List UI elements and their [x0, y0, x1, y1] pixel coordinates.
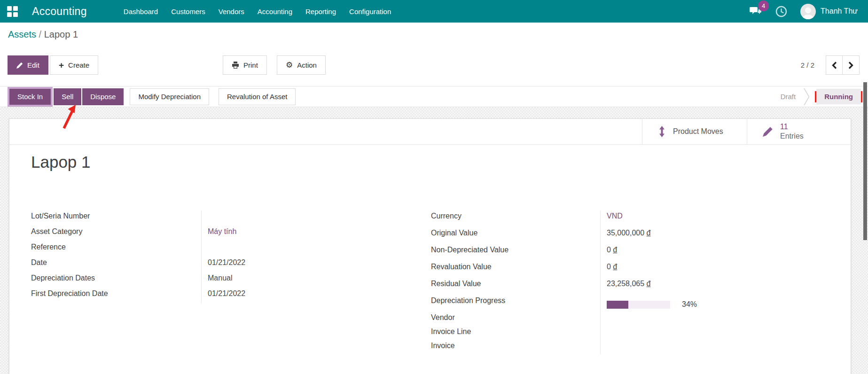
clock-icon — [775, 6, 787, 17]
content-background: Product Moves 11 Entries Lapop 1 Lot/Ser… — [0, 107, 868, 374]
chevron-right-icon — [848, 62, 853, 69]
pencil-icon — [763, 126, 773, 137]
field-residual-value: Residual Value 23,258,065 đ — [431, 278, 828, 295]
action-button[interactable]: ⚙ Action — [277, 55, 326, 75]
app-title[interactable]: Accounting — [32, 5, 87, 18]
user-name[interactable]: Thanh Thư — [821, 7, 858, 16]
field-group-left: Lot/Seria Number Asset Category Máy tính… — [31, 210, 360, 304]
revalution-of-asset-button[interactable]: Revalution of Asset — [219, 88, 296, 105]
nav-right: 4 Thanh Thư — [749, 4, 858, 19]
state-running[interactable]: Running — [816, 89, 861, 104]
gear-icon: ⚙ — [286, 61, 293, 69]
currency-symbol: đ — [647, 280, 651, 288]
field-lot-seria-number: Lot/Seria Number — [31, 210, 360, 226]
pencil-icon — [16, 62, 23, 69]
breadcrumb-assets-link[interactable]: Assets — [8, 29, 36, 39]
printer-icon — [232, 62, 239, 69]
field-invoice: Invoice — [431, 340, 828, 354]
avatar[interactable] — [800, 4, 816, 19]
print-button[interactable]: Print — [223, 55, 267, 75]
currency-symbol: đ — [613, 263, 617, 271]
annotation-arrow — [59, 104, 82, 130]
progress-percentage: 34% — [682, 300, 697, 309]
entries-label: Entries — [780, 132, 804, 140]
field-reference: Reference — [31, 242, 360, 257]
control-panel: Assets / Lapop 1 Edit + Create Print ⚙ A… — [0, 23, 868, 86]
nav-item-dashboard[interactable]: Dashboard — [124, 8, 158, 16]
statusbar: Stock In Sell Dispose Modify Depreciatio… — [0, 86, 868, 107]
statusbar-separator-chevron — [803, 87, 810, 106]
messages-button[interactable]: 4 — [749, 5, 761, 17]
nav-item-vendors[interactable]: Vendors — [219, 8, 244, 16]
modify-depreciation-button[interactable]: Modify Depreciation — [130, 88, 209, 105]
field-group-right: Currency VND Original Value 35,000,000 đ… — [431, 210, 828, 354]
pager-count: 2 / 2 — [801, 61, 814, 69]
activities-button[interactable] — [775, 6, 787, 17]
field-depreciation-progress: Depreciation Progress 34% — [431, 295, 828, 312]
currency-symbol: đ — [647, 229, 651, 237]
nav-item-configuration[interactable]: Configuration — [349, 8, 391, 16]
pager: 2 / 2 — [801, 55, 860, 75]
breadcrumb: Assets / Lapop 1 — [8, 29, 78, 40]
breadcrumb-current: Lapop 1 — [44, 29, 78, 39]
field-date: Date 01/21/2022 — [31, 257, 360, 273]
field-revaluation-value: Revaluation Value 0 đ — [431, 261, 828, 278]
field-first-depreciation-date: First Depreciation Date 01/21/2022 — [31, 288, 360, 304]
plus-icon: + — [59, 61, 64, 70]
pager-previous-button[interactable] — [826, 55, 843, 75]
messages-count-badge: 4 — [758, 0, 769, 11]
asset-title: Lapop 1 — [31, 153, 91, 171]
pager-next-button[interactable] — [843, 55, 860, 75]
stock-in-button[interactable]: Stock In — [8, 87, 53, 107]
currency-symbol: đ — [613, 246, 617, 254]
nav-item-reporting[interactable]: Reporting — [305, 8, 336, 16]
sell-button[interactable]: Sell — [54, 88, 81, 105]
nav-item-customers[interactable]: Customers — [171, 8, 205, 16]
field-depreciation-dates: Depreciation Dates Manual — [31, 273, 360, 288]
user-silhouette-icon — [800, 5, 816, 19]
field-invoice-line: Invoice Line — [431, 326, 828, 340]
entries-count: 11 — [780, 123, 788, 131]
breadcrumb-separator: / — [36, 29, 44, 39]
nav-item-accounting[interactable]: Accounting — [258, 8, 292, 16]
edit-button[interactable]: Edit — [8, 55, 48, 75]
entries-button[interactable]: 11 Entries — [747, 119, 851, 144]
progress-fill — [607, 301, 628, 309]
nav-menu: Dashboard Customers Vendors Accounting R… — [124, 8, 391, 16]
field-vendor: Vendor — [431, 312, 828, 326]
button-box: Product Moves 11 Entries — [9, 119, 851, 145]
annotation-box-running: Running — [815, 91, 862, 102]
apps-grid-icon[interactable] — [7, 6, 18, 17]
progress-bar — [607, 301, 670, 309]
field-currency: Currency VND — [431, 210, 828, 227]
field-non-depreciated-value: Non-Depreciated Value 0 đ — [431, 244, 828, 261]
asset-category-link[interactable]: Máy tính — [201, 226, 360, 242]
create-button[interactable]: + Create — [50, 55, 98, 75]
field-original-value: Original Value 35,000,000 đ — [431, 227, 828, 244]
dispose-button[interactable]: Dispose — [82, 88, 124, 105]
currency-link[interactable]: VND — [600, 210, 828, 227]
asset-form-sheet: Product Moves 11 Entries Lapop 1 Lot/Ser… — [9, 118, 851, 374]
top-navbar: Accounting Dashboard Customers Vendors A… — [0, 0, 868, 23]
field-asset-category: Asset Category Máy tính — [31, 226, 360, 242]
chevron-left-icon — [832, 62, 837, 69]
scrollbar-thumb[interactable] — [863, 82, 867, 240]
state-draft[interactable]: Draft — [781, 93, 796, 101]
product-moves-button[interactable]: Product Moves — [642, 119, 747, 144]
statusbar-states: Draft Running — [781, 87, 868, 106]
up-down-arrow-icon — [658, 126, 666, 137]
